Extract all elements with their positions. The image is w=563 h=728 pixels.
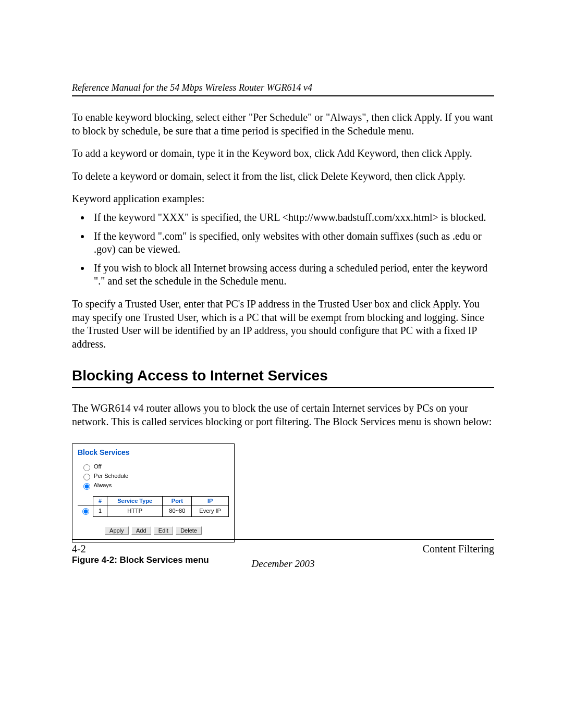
radio-off-label: Off	[94, 463, 101, 469]
footer-line: 4-2 Content Filtering	[72, 539, 494, 555]
page-number: 4-2	[72, 543, 86, 555]
cell-num: 1	[93, 505, 107, 517]
table-row: 1 HTTP 80~80 Every IP	[78, 505, 229, 517]
chapter-name: Content Filtering	[423, 543, 494, 555]
delete-button[interactable]: Delete	[176, 526, 202, 535]
radio-per-schedule-input[interactable]	[83, 474, 90, 480]
radio-always[interactable]: Always	[81, 482, 229, 490]
radio-off[interactable]: Off	[81, 463, 229, 471]
section-heading: Blocking Access to Internet Services	[72, 367, 494, 388]
cell-port: 80~80	[163, 505, 192, 517]
paragraph: Keyword application examples:	[72, 192, 494, 206]
paragraph: To add a keyword or domain, type it in t…	[72, 147, 494, 161]
paragraph: To specify a Trusted User, enter that PC…	[72, 298, 494, 351]
cell-service-type: HTTP	[107, 505, 163, 517]
paragraph: To delete a keyword or domain, select it…	[72, 170, 494, 183]
apply-button[interactable]: Apply	[105, 526, 129, 535]
radio-per-schedule[interactable]: Per Schedule	[81, 472, 229, 480]
col-num: #	[93, 496, 107, 505]
paragraph: To enable keyword blocking, select eithe…	[72, 111, 494, 138]
paragraph: The WGR614 v4 router allows you to block…	[72, 402, 494, 428]
col-port: Port	[163, 496, 192, 505]
add-button[interactable]: Add	[131, 526, 151, 535]
radio-always-label: Always	[93, 482, 112, 488]
radio-off-input[interactable]	[83, 464, 90, 471]
block-services-panel: Block Services Off Per Schedule Always #…	[72, 443, 235, 543]
list-item: If the keyword "XXX" is specified, the U…	[91, 211, 494, 225]
button-row: Apply Add Edit Delete	[78, 526, 229, 535]
list-item: If you wish to block all Internet browsi…	[91, 262, 494, 288]
cell-ip: Every IP	[192, 505, 229, 517]
radio-per-schedule-label: Per Schedule	[94, 472, 128, 478]
list-item: If the keyword ".com" is specified, only…	[91, 230, 494, 256]
radio-always-input[interactable]	[83, 483, 90, 490]
edit-button[interactable]: Edit	[154, 526, 173, 535]
bullet-list: If the keyword "XXX" is specified, the U…	[72, 211, 494, 288]
running-header: Reference Manual for the 54 Mbps Wireles…	[72, 82, 494, 96]
col-service-type: Service Type	[107, 496, 163, 505]
services-table: # Service Type Port IP 1 HTTP 80~80 Ever…	[78, 496, 229, 517]
panel-title: Block Services	[78, 448, 229, 456]
col-ip: IP	[192, 496, 229, 505]
row-select-radio[interactable]	[82, 508, 89, 515]
footer-date: December 2003	[72, 558, 494, 570]
table-header-row: # Service Type Port IP	[78, 496, 229, 505]
